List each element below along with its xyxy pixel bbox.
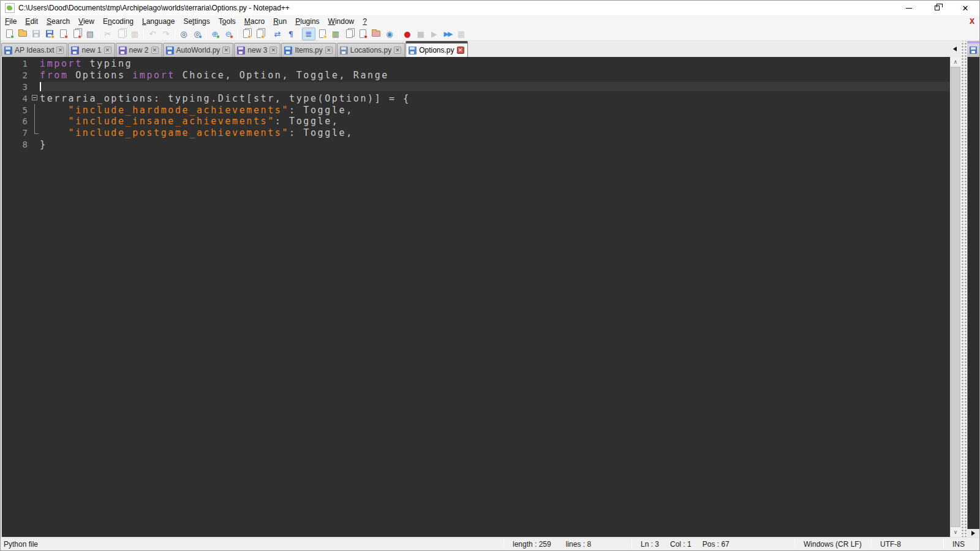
user-defined-language-button[interactable] [356,28,369,40]
view-splitter[interactable] [960,41,967,537]
second-view-scroll-fragment[interactable] [967,529,979,537]
close-document-button[interactable]: X [970,17,974,26]
find-icon: ◎ [180,30,187,38]
tab-autoworld-py[interactable]: AutoWorld.py✕ [163,43,234,57]
menu-item-encoding[interactable]: Encoding [99,17,138,26]
tab-ap-ideas-txt[interactable]: AP Ideas.txt✕ [1,43,67,57]
menu-item-help[interactable]: ? [358,17,371,26]
macro-play-button[interactable]: ▶ [428,28,441,40]
close-button[interactable]: ✕ [951,1,979,15]
toolbar-separator [268,29,269,39]
menu-item-macro[interactable]: Macro [240,17,269,26]
paste-button[interactable]: ▦ [128,28,141,40]
tab-items-py[interactable]: Items.py✕ [281,43,336,57]
tab-close-icon[interactable]: ✕ [222,47,230,54]
tab-new-1[interactable]: new 1✕ [68,43,115,57]
title-bar: C:\Users\Dood\Documents\tmp\Archipelago\… [1,1,979,15]
status-lines: lines : 8 [566,540,591,549]
folder-as-workspace-button[interactable] [369,28,383,40]
vertical-scrollbar[interactable]: ∧ ∨ [950,57,960,537]
save-button[interactable] [29,28,43,40]
monitoring-button[interactable]: ◉ [383,28,396,40]
show-all-characters-icon: ¶ [288,30,293,38]
close-file-button[interactable] [56,28,70,40]
scroll-up-icon[interactable]: ∧ [951,57,960,67]
minimize-button[interactable] [895,1,923,15]
menu-item-search[interactable]: Search [42,17,74,26]
macro-play-icon: ▶ [431,30,437,38]
status-doc-type: Python file [1,538,503,550]
define-language-button[interactable] [315,28,329,40]
fold-collapse-icon[interactable] [30,92,40,104]
tab-locations-py[interactable]: Locations.py✕ [337,43,405,57]
macro-save-icon: ▦ [458,30,465,38]
print-button[interactable]: ▤ [83,28,97,40]
saved-floppy-icon [284,47,292,54]
menu-item-edit[interactable]: Edit [21,17,42,26]
word-wrap-button[interactable]: ⇄ [271,28,284,40]
macro-stop-button[interactable]: ■ [414,28,428,40]
code-line-8[interactable]: 8} [2,139,950,151]
menu-item-window[interactable]: Window [324,17,359,26]
badge-icon [216,35,220,39]
save-all-button[interactable] [43,28,56,40]
tab-new-2[interactable]: new 2✕ [116,43,162,57]
code-line-6[interactable]: 6 "include_insane_achievements": Toggle, [2,116,950,127]
macro-record-button[interactable]: ● [401,28,414,40]
restore-button[interactable] [923,1,951,15]
menu-item-file[interactable]: File [1,17,21,26]
scrollbar-thumb[interactable] [951,67,960,527]
menu-item-plugins[interactable]: Plugins [291,17,323,26]
code-line-1[interactable]: 1import typing [2,58,950,70]
tab-close-icon[interactable]: ✕ [325,47,333,54]
zoom-in-button[interactable]: ⊕ [208,28,222,40]
menu-item-run[interactable]: Run [269,17,291,26]
cut-button[interactable]: ✂ [101,28,115,40]
word-wrap-icon: ⇄ [274,30,281,38]
code-text: "include_postgame_achievements": Toggle, [40,127,950,138]
macro-save-button[interactable]: ▦ [454,28,468,40]
code-line-5[interactable]: 5 "include_hardmode_achievements": Toggl… [2,104,950,116]
close-all-button[interactable] [70,28,83,40]
tab-scroll-left-icon[interactable] [953,47,957,51]
code-line-4[interactable]: 4terraria_options: typing.Dict[str, type… [2,92,950,104]
document-list-button[interactable] [342,28,356,40]
tab-label: new 3 [247,46,267,54]
menu-item-view[interactable]: View [74,17,99,26]
show-all-characters-button[interactable]: ¶ [284,28,298,40]
new-file-button[interactable] [2,28,16,40]
status-insert-mode: INS [944,538,979,550]
show-indent-guide-button[interactable]: ≣ [302,28,315,40]
code-line-3[interactable]: 3 [2,81,950,93]
sync-vertical-scrolling-button[interactable] [239,28,253,40]
scroll-down-icon[interactable]: ∨ [951,527,960,537]
copy-button[interactable] [115,28,128,40]
undo-button[interactable]: ↶ [146,28,159,40]
menu-item-language[interactable]: Language [138,17,179,26]
code-line-7[interactable]: 7 "include_postgame_achievements": Toggl… [2,127,950,139]
menu-item-tools[interactable]: Tools [214,17,240,26]
macro-run-multiple-button[interactable]: ▶▶ [441,28,454,40]
tab-close-icon[interactable]: ✕ [270,47,277,54]
tab-close-icon[interactable]: ✕ [394,47,401,54]
code-area[interactable]: 1import typing2from Options import Choic… [2,57,950,537]
open-file-icon [18,31,27,37]
saved-floppy-icon [71,47,79,54]
replace-button[interactable]: ◎ [190,28,204,40]
tab-new-3[interactable]: new 3✕ [234,43,281,57]
notepadpp-app-icon [5,3,15,13]
tab-options-py[interactable]: Options.py✕ [405,41,467,57]
code-line-2[interactable]: 2from Options import Choice, Option, Tog… [2,70,950,81]
zoom-out-button[interactable]: ⊖ [222,28,235,40]
open-file-button[interactable] [16,28,29,40]
tab-close-icon[interactable]: ✕ [151,47,159,54]
redo-button[interactable]: ↷ [159,28,173,40]
tab-close-icon[interactable]: ✕ [457,47,464,54]
tab-close-icon[interactable]: ✕ [104,47,111,54]
find-button[interactable]: ◎ [177,28,190,40]
tab-close-icon[interactable]: ✕ [56,47,64,54]
menu-item-settings[interactable]: Settings [179,17,214,26]
sync-horizontal-scrolling-button[interactable] [253,28,266,40]
second-view-tab-fragment[interactable] [967,41,979,57]
document-map-button[interactable]: ▦ [329,28,342,40]
